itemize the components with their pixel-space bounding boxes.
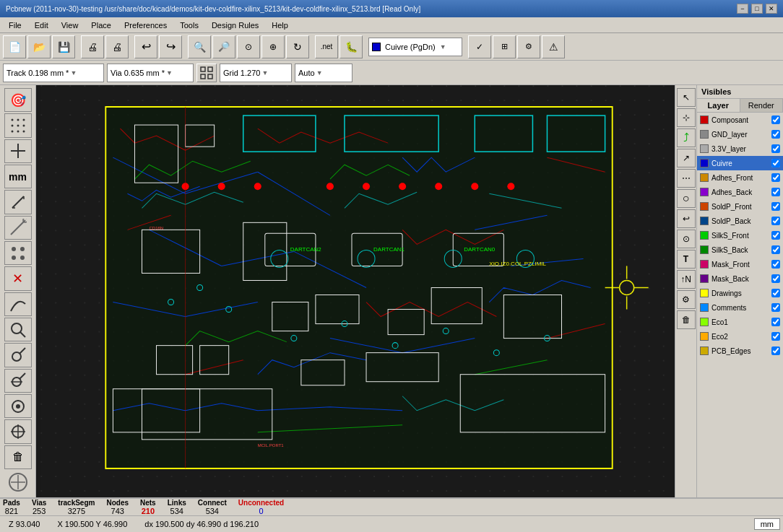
zoom-in-button[interactable]: 🔍 [188, 35, 211, 58]
grid-settings-button[interactable] [196, 64, 217, 82]
layer-checkbox[interactable] [771, 274, 780, 283]
drc-button[interactable]: 🐛 [339, 35, 363, 58]
menu-help[interactable]: Help [266, 19, 294, 31]
new-button[interactable]: 📄 [3, 35, 26, 58]
layer-row[interactable]: SilkS_Front [697, 228, 783, 243]
menu-view[interactable]: View [56, 19, 85, 31]
print-button[interactable]: 🖨 [105, 35, 129, 58]
text2-right[interactable]: T [677, 250, 696, 269]
layer-checkbox[interactable] [771, 202, 780, 211]
layer-checkbox[interactable] [771, 217, 780, 225]
layer-checkbox[interactable] [771, 346, 780, 355]
zones-tool[interactable] [4, 241, 32, 265]
menu-file[interactable]: File [3, 19, 27, 31]
trash-right[interactable]: 🗑 [677, 310, 696, 329]
menu-tools[interactable]: Tools [174, 19, 204, 31]
layer-checkbox[interactable] [771, 159, 780, 167]
add-track[interactable] [4, 216, 32, 240]
xmarks-tool[interactable]: ✕ [4, 266, 32, 290]
settings-right[interactable]: ⚙ [677, 290, 696, 309]
layer-checkbox[interactable] [771, 289, 780, 297]
layer-checkbox[interactable] [771, 260, 780, 269]
inspect-tool[interactable] [4, 318, 32, 341]
layer-checkbox[interactable] [771, 144, 780, 153]
zoom-fit-button[interactable]: ⊙ [237, 35, 260, 58]
layer-row[interactable]: SoldP_Front [697, 199, 783, 214]
redo-button[interactable]: ↪ [159, 35, 182, 58]
layer-checkbox[interactable] [771, 173, 780, 182]
north-right[interactable]: ↑N [677, 270, 696, 289]
minimize-button[interactable]: − [737, 4, 748, 14]
save-button[interactable]: 💾 [52, 35, 75, 58]
menu-place[interactable]: Place [85, 19, 117, 31]
layer-row[interactable]: Mask_Front [697, 257, 783, 271]
tab-layer[interactable]: Layer [697, 99, 740, 112]
search2-tool[interactable] [4, 369, 32, 393]
layer-row[interactable]: Adhes_Back [697, 185, 783, 199]
search-tool[interactable] [4, 343, 32, 367]
ratsnest-button[interactable]: .net [315, 35, 338, 58]
cursor2-tool[interactable] [4, 419, 32, 443]
maximize-button[interactable]: □ [751, 4, 763, 14]
layer-row[interactable]: PCB_Edges [697, 344, 783, 358]
layer-checkbox[interactable] [771, 231, 780, 240]
layer-row[interactable]: Adhes_Front [697, 170, 783, 185]
close-button[interactable]: ✕ [766, 4, 777, 14]
menu-edit[interactable]: Edit [29, 19, 54, 31]
layer-checkbox[interactable] [771, 115, 780, 124]
clearance-button[interactable]: ⊞ [493, 35, 516, 58]
zoom-out-button[interactable]: 🔎 [212, 35, 235, 58]
layer-row[interactable]: Cuivre [697, 156, 783, 170]
layer-dropdown[interactable]: Cuivre (PgDn) ▼ [368, 38, 462, 56]
layer-checkbox[interactable] [771, 318, 780, 326]
drill-tool[interactable] [4, 139, 32, 163]
redraw-button[interactable]: ↻ [286, 35, 309, 58]
grid-tool[interactable] [4, 113, 32, 137]
layer-checkbox[interactable] [771, 245, 780, 254]
cursor-right[interactable]: ↖ [677, 88, 696, 107]
drc2-button[interactable]: ✓ [468, 35, 491, 58]
menu-preferences[interactable]: Preferences [118, 19, 173, 31]
layer-row[interactable]: Comments [697, 300, 783, 315]
open-button[interactable]: 📂 [27, 35, 51, 58]
logo-tool[interactable] [4, 471, 32, 494]
route-right[interactable]: ⤴ [677, 128, 696, 147]
print-preview-button[interactable]: 🖨 [81, 35, 104, 58]
layer-row[interactable]: SilkS_Back [697, 243, 783, 257]
layer-row[interactable]: Drawings [697, 286, 783, 300]
arc-right[interactable]: ↩ [677, 209, 696, 228]
via-size-dropdown[interactable]: Via 0.635 mm * ▼ [107, 64, 194, 82]
select-right[interactable]: ⊹ [677, 108, 696, 127]
ruler-tool[interactable] [4, 190, 32, 214]
route-tool[interactable] [4, 292, 32, 316]
tab-render[interactable]: Render [740, 99, 784, 112]
layer-row[interactable]: Mask_Back [697, 271, 783, 286]
trash-tool[interactable]: 🗑 [4, 445, 32, 469]
inspect2-right[interactable]: ⊙ [677, 230, 696, 248]
target-tool[interactable] [4, 394, 32, 418]
layer-row[interactable]: Eco1 [697, 315, 783, 329]
layer-checkbox[interactable] [771, 188, 780, 196]
zoom-dropdown[interactable]: Auto ▼ [295, 64, 352, 82]
layer-checkbox[interactable] [771, 303, 780, 312]
grid-dropdown[interactable]: Grid 1.270 ▼ [220, 64, 292, 82]
warning-button[interactable]: ⚠ [542, 35, 565, 58]
text-right[interactable]: ⋯ [677, 169, 696, 188]
menu-designrules[interactable]: Design Rules [206, 19, 264, 31]
layer-row[interactable]: Eco2 [697, 329, 783, 344]
settings-button[interactable]: ⚙ [517, 35, 540, 58]
dim-tool[interactable]: mm [4, 165, 32, 188]
zoom-area-button[interactable]: ⊕ [261, 35, 285, 58]
undo-button[interactable]: ↩ [134, 35, 157, 58]
cursor-tool[interactable]: 🎯 [4, 88, 32, 112]
layer-row[interactable]: GND_layer [697, 127, 783, 141]
layer-checkbox[interactable] [771, 130, 780, 139]
select2-right[interactable]: ↗ [677, 149, 696, 167]
layer-row[interactable]: Composant [697, 113, 783, 127]
track-width-dropdown[interactable]: Track 0.198 mm * ▼ [3, 64, 104, 82]
circle-right[interactable]: ○ [677, 189, 696, 208]
layer-row[interactable]: 3.3V_layer [697, 141, 783, 156]
canvas-area[interactable]: DARTCAN2 DARTCAN1 DARTCAN0 XIO.IZ0.COL.P… [36, 85, 675, 497]
layer-row[interactable]: SoldP_Back [697, 214, 783, 228]
layer-checkbox[interactable] [771, 332, 780, 341]
